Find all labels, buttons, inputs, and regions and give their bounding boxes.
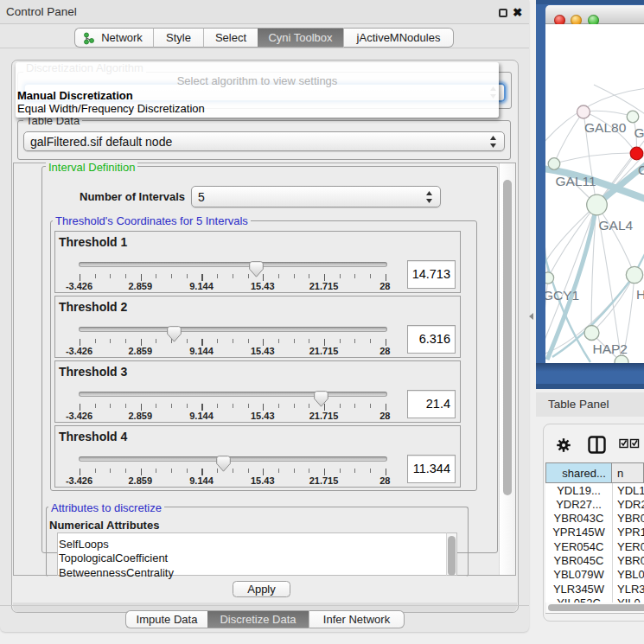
svg-text:GCY1: GCY1 [545, 288, 579, 303]
svg-text:HAP2: HAP2 [593, 341, 628, 356]
svg-text:H: H [636, 287, 644, 302]
svg-text:GAL11: GAL11 [556, 174, 596, 188]
svg-text:GAL80: GAL80 [584, 120, 627, 135]
svg-text:C: C [638, 163, 644, 177]
svg-text:GAL4: GAL4 [599, 218, 634, 233]
svg-text:GA: GA [634, 125, 644, 140]
